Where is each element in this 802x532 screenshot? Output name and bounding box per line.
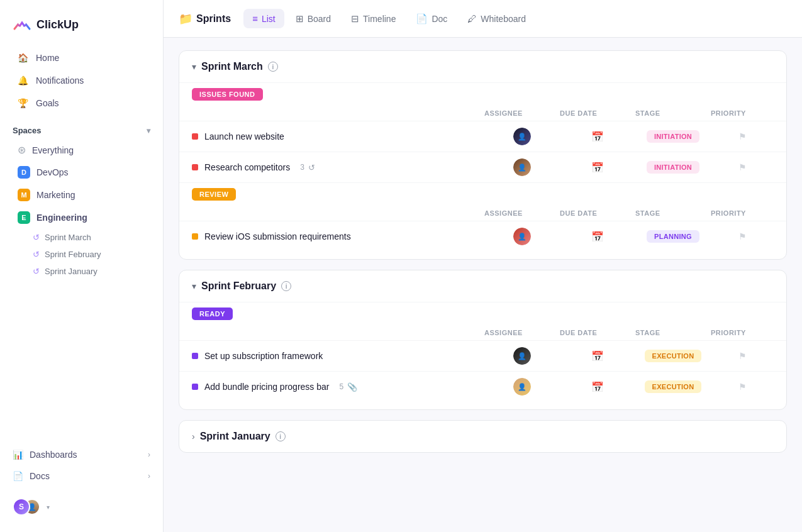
col-headers-march-review: ASSIGNEE DUE DATE STAGE PRIORITY xyxy=(179,206,786,221)
sidebar-item-marketing[interactable]: M Marketing xyxy=(5,184,158,206)
sprint-january-section[interactable]: › Sprint January i xyxy=(179,420,787,453)
sidebar-bottom: 📊 Dashboards › 📄 Docs › xyxy=(0,444,163,487)
sidebar-item-sprint-february[interactable]: ↺ Sprint February xyxy=(5,247,158,262)
stage-cell: EXECUTION xyxy=(635,350,711,362)
sidebar-item-docs[interactable]: 📄 Docs › xyxy=(5,465,158,487)
nav-notifications-label: Notifications xyxy=(36,75,84,86)
col-assignee: ASSIGNEE xyxy=(484,329,560,336)
sidebar-item-devops[interactable]: D DevOps xyxy=(5,162,158,183)
task-research-competitors[interactable]: Research competitors 3 ↺ 👤 📅 xyxy=(179,152,786,182)
sprint-january-title: Sprint January xyxy=(200,431,270,442)
tab-board[interactable]: ⊞ Board xyxy=(287,9,340,29)
task-dot-purple xyxy=(192,384,198,390)
nav-home[interactable]: 🏠 Home xyxy=(5,47,158,69)
task-count: 3 xyxy=(300,163,304,172)
date-cell[interactable]: 📅 xyxy=(560,231,635,243)
sidebar-item-sprint-march[interactable]: ↺ Sprint March xyxy=(5,230,158,245)
trophy-icon: 🏆 xyxy=(18,98,28,108)
home-icon: 🏠 xyxy=(18,53,28,63)
docs-chevron-icon: › xyxy=(148,472,150,480)
stage-cell: INITIATION xyxy=(635,130,711,143)
docs-label: Docs xyxy=(30,471,50,481)
badge-issues-found: ISSUES FOUND xyxy=(192,88,263,101)
assignee-cell: 👤 xyxy=(484,128,560,145)
sprint-january-label: Sprint January xyxy=(45,267,97,276)
date-cell[interactable]: 📅 xyxy=(560,131,635,143)
sprint-february-section: ▾ Sprint February i READY ASSIGNEE DUE D… xyxy=(179,270,787,410)
spaces-chevron-icon[interactable]: ▾ xyxy=(147,126,150,135)
sprint-february-content: READY ASSIGNEE DUE DATE STAGE PRIORITY S… xyxy=(179,302,786,409)
badge-ready: READY xyxy=(192,308,233,320)
calendar-icon: 📅 xyxy=(591,162,604,174)
priority-cell: ⚑ xyxy=(711,162,774,172)
date-cell[interactable]: 📅 xyxy=(560,381,635,393)
date-cell[interactable]: 📅 xyxy=(560,350,635,362)
sprint-march-section: ▾ Sprint March i ISSUES FOUND ASSIGNEE D… xyxy=(179,50,787,260)
devops-label: DevOps xyxy=(36,167,69,177)
sprint-march-content: ISSUES FOUND ASSIGNEE DUE DATE STAGE PRI… xyxy=(179,82,786,259)
sprint-march-toggle-icon[interactable]: ▾ xyxy=(192,62,196,72)
tab-list[interactable]: ≡ List xyxy=(243,9,284,28)
date-cell[interactable]: 📅 xyxy=(560,162,635,174)
user-dropdown-icon[interactable]: ▾ xyxy=(47,504,50,511)
sprint-february-info-icon[interactable]: i xyxy=(281,281,291,291)
avatar-circle: 👤 xyxy=(513,228,531,245)
calendar-icon: 📅 xyxy=(591,231,604,243)
dashboards-icon: 📊 xyxy=(13,450,23,460)
sidebar-item-everything[interactable]: ⊛ Everything xyxy=(5,140,158,160)
col-assignee: ASSIGNEE xyxy=(484,209,560,217)
col-stage: STAGE xyxy=(635,209,711,217)
tab-whiteboard[interactable]: 🖊 Whiteboard xyxy=(459,9,535,28)
col-due-date: DUE DATE xyxy=(560,109,635,117)
sprint-march-info-icon[interactable]: i xyxy=(268,62,278,72)
flag-icon: ⚑ xyxy=(738,231,747,241)
col-priority: PRIORITY xyxy=(711,109,774,117)
col-due-date: DUE DATE xyxy=(560,329,635,336)
sprint-february-header[interactable]: ▾ Sprint February i xyxy=(179,270,786,302)
dashboards-chevron-icon: › xyxy=(148,450,150,459)
priority-cell: ⚑ xyxy=(711,231,774,241)
sidebar-item-sprint-january[interactable]: ↺ Sprint January xyxy=(5,263,158,279)
tab-doc-label: Doc xyxy=(432,14,447,24)
subtask-icon: ↺ xyxy=(308,163,315,172)
logo-area[interactable]: ClickUp xyxy=(0,10,163,47)
task-subscription-framework[interactable]: Set up subscription framework 👤 📅 EXECUT… xyxy=(179,340,786,371)
sprint-january-info-icon[interactable]: i xyxy=(276,431,286,441)
col-priority: PRIORITY xyxy=(711,209,774,217)
task-dot-red xyxy=(192,133,198,140)
avatar-circle: 👤 xyxy=(513,128,531,145)
group-review: REVIEW xyxy=(179,182,786,206)
tab-timeline[interactable]: ⊟ Timeline xyxy=(342,9,404,29)
nav-goals-label: Goals xyxy=(36,98,59,108)
nav-goals[interactable]: 🏆 Goals xyxy=(5,92,158,114)
assignee-avatar: 👤 xyxy=(513,378,531,396)
sidebar-item-dashboards[interactable]: 📊 Dashboards › xyxy=(5,444,158,465)
user-area[interactable]: S 👤 ▾ xyxy=(0,489,163,522)
sprint-january-toggle-icon[interactable]: › xyxy=(192,431,195,441)
stage-cell: EXECUTION xyxy=(635,380,711,393)
task-bundle-pricing[interactable]: Add bundle pricing progress bar 5 📎 👤 📅 xyxy=(179,371,786,402)
assignee-avatar: 👤 xyxy=(513,347,531,365)
task-review-ios[interactable]: Review iOS submission requirements 👤 📅 P… xyxy=(179,221,786,252)
nav-home-label: Home xyxy=(36,53,59,63)
bell-icon: 🔔 xyxy=(18,75,28,86)
calendar-icon: 📅 xyxy=(591,350,604,362)
flag-icon: ⚑ xyxy=(738,382,747,392)
sprint-february-title: Sprint February xyxy=(201,280,276,292)
task-name: Review iOS submission requirements xyxy=(204,231,351,241)
sprint-march-header[interactable]: ▾ Sprint March i xyxy=(179,51,786,82)
sidebar-item-engineering[interactable]: E Engineering xyxy=(5,207,158,228)
assignee-cell: 👤 xyxy=(484,228,560,245)
tab-doc[interactable]: 📄 Doc xyxy=(407,9,456,29)
folder-icon: 📁 xyxy=(179,12,192,26)
sprint-february-toggle-icon[interactable]: ▾ xyxy=(192,281,196,291)
col-stage: STAGE xyxy=(635,109,711,117)
nav-notifications[interactable]: 🔔 Notifications xyxy=(5,70,158,91)
tab-board-label: Board xyxy=(308,14,331,24)
content-area: ▾ Sprint March i ISSUES FOUND ASSIGNEE D… xyxy=(164,38,802,532)
col-headers-february: ASSIGNEE DUE DATE STAGE PRIORITY xyxy=(179,325,786,340)
clickup-logo-icon xyxy=(13,15,31,34)
col-assignee: ASSIGNEE xyxy=(484,109,560,117)
breadcrumb: 📁 Sprints xyxy=(179,12,231,26)
task-launch-website[interactable]: Launch new website 👤 📅 INITIATION xyxy=(179,121,786,152)
